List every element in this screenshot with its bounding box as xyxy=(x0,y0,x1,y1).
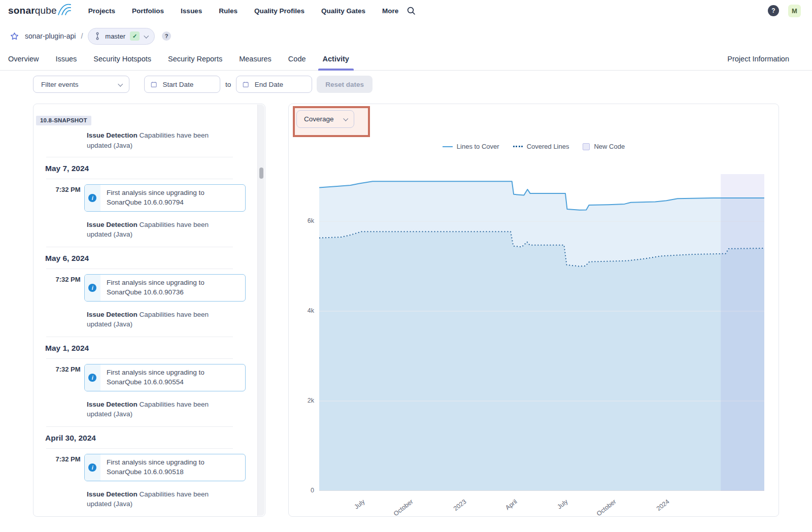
project-name-link[interactable]: sonar-plugin-api xyxy=(25,32,76,40)
tab-measures[interactable]: Measures xyxy=(239,50,272,70)
nav-item-portfolios[interactable]: Portfolios xyxy=(132,7,164,15)
info-icon: i xyxy=(85,454,100,481)
legend-label: Lines to Cover xyxy=(457,143,499,150)
divider xyxy=(46,358,233,359)
tab-issues[interactable]: Issues xyxy=(55,50,77,70)
branch-icon xyxy=(94,32,100,40)
project-information-link[interactable]: Project Information xyxy=(727,55,789,70)
nav-item-more[interactable]: More xyxy=(382,7,398,15)
y-axis-label: 0 xyxy=(292,487,314,494)
chevron-down-icon xyxy=(144,33,149,38)
divider xyxy=(46,157,233,157)
branch-selector[interactable]: master ✓ xyxy=(88,28,155,45)
chevron-down-icon xyxy=(118,81,123,86)
event-group: May 7, 20247:32 PMiFirst analysis since … xyxy=(36,157,246,240)
coverage-chart-plot[interactable] xyxy=(319,174,764,491)
search-icon[interactable] xyxy=(407,6,416,15)
legend-item-lines-to-cover[interactable]: Lines to Cover xyxy=(443,143,499,150)
tab-overview[interactable]: Overview xyxy=(8,50,39,70)
event-description: Issue Detection Capabilities have been u… xyxy=(87,489,230,509)
tab-activity[interactable]: Activity xyxy=(323,50,349,70)
x-axis-label: July xyxy=(533,498,569,517)
sonarqube-swoosh-icon xyxy=(58,3,71,15)
end-date-input[interactable] xyxy=(254,80,307,89)
y-axis-label: 6k xyxy=(292,217,314,224)
help-button[interactable]: ? xyxy=(768,5,779,16)
analysis-info-card[interactable]: iFirst analysis since upgrading to Sonar… xyxy=(84,364,246,391)
info-icon: i xyxy=(85,185,100,211)
calendar-icon xyxy=(151,81,157,88)
event-description: Issue Detection Capabilities have been u… xyxy=(87,310,230,329)
events-panel: 10.8-SNAPSHOT Issue Detection Capabiliti… xyxy=(33,104,265,517)
top-navigation-bar: sonarqube ProjectsPortfoliosIssuesRulesQ… xyxy=(0,0,812,21)
end-date-input-box[interactable] xyxy=(236,76,312,93)
reset-dates-button[interactable]: Reset dates xyxy=(317,76,373,93)
analysis-info-card[interactable]: iFirst analysis since upgrading to Sonar… xyxy=(84,184,246,212)
nav-item-quality-gates[interactable]: Quality Gates xyxy=(321,7,365,15)
legend-label: Covered Lines xyxy=(527,143,569,150)
legend-item-covered-lines[interactable]: Covered Lines xyxy=(513,143,569,150)
event-group: May 1, 20247:32 PMiFirst analysis since … xyxy=(36,337,246,419)
branch-status-badge: ✓ xyxy=(130,31,140,41)
breadcrumb-separator: / xyxy=(81,32,83,40)
sonarqube-logo[interactable]: sonarqube xyxy=(8,4,71,17)
legend-item-new-code[interactable]: New Code xyxy=(583,143,625,150)
tab-security-hotspots[interactable]: Security Hotspots xyxy=(93,50,151,70)
event-date: May 7, 2024 xyxy=(45,164,246,173)
start-date-input-box[interactable] xyxy=(144,76,220,93)
new-code-swatch xyxy=(583,143,590,150)
nav-item-rules[interactable]: Rules xyxy=(219,7,238,15)
graph-metric-select[interactable]: Coverage xyxy=(296,110,354,128)
analysis-info-card[interactable]: iFirst analysis since upgrading to Sonar… xyxy=(84,274,246,302)
event-description: Issue Detection Capabilities have been u… xyxy=(87,220,230,240)
chart-legend: Lines to CoverCovered LinesNew Code xyxy=(289,143,779,150)
analysis-row: 7:32 PMiFirst analysis since upgrading t… xyxy=(36,454,246,481)
tab-security-reports[interactable]: Security Reports xyxy=(168,50,222,70)
divider xyxy=(46,337,233,337)
start-date-input[interactable] xyxy=(161,80,215,89)
x-axis-label: 2023 xyxy=(431,498,468,517)
events-scrollbar-track[interactable] xyxy=(257,105,264,516)
divider xyxy=(46,269,233,269)
graph-metric-label: Coverage xyxy=(304,115,334,123)
info-card-text: First analysis since upgrading to SonarQ… xyxy=(100,364,245,391)
analysis-info-card[interactable]: iFirst analysis since upgrading to Sonar… xyxy=(84,454,246,481)
branch-help-icon[interactable]: ? xyxy=(162,31,171,41)
tab-code[interactable]: Code xyxy=(288,50,306,70)
activity-filters: Filter events to Reset dates xyxy=(33,76,812,93)
analysis-row: 7:32 PMiFirst analysis since upgrading t… xyxy=(36,274,246,302)
nav-item-issues[interactable]: Issues xyxy=(181,7,202,15)
coverage-chart-svg[interactable] xyxy=(319,174,764,491)
x-axis-label: 2024 xyxy=(634,498,671,517)
y-axis-label: 4k xyxy=(292,307,314,314)
y-axis-label: 2k xyxy=(292,397,314,404)
filter-events-select[interactable]: Filter events xyxy=(33,76,129,93)
event-time: 7:32 PM xyxy=(36,364,81,391)
event-time: 7:32 PM xyxy=(36,454,81,481)
calendar-icon xyxy=(243,81,249,88)
info-card-text: First analysis since upgrading to SonarQ… xyxy=(100,185,245,211)
nav-item-projects[interactable]: Projects xyxy=(88,7,115,15)
user-avatar[interactable]: M xyxy=(788,5,801,17)
legend-label: New Code xyxy=(594,143,625,150)
analysis-row: 7:32 PMiFirst analysis since upgrading t… xyxy=(36,184,246,212)
info-icon: i xyxy=(85,275,100,301)
analysis-row: 7:32 PMiFirst analysis since upgrading t… xyxy=(36,364,246,391)
events-list: 10.8-SNAPSHOT Issue Detection Capabiliti… xyxy=(33,104,265,516)
to-label: to xyxy=(225,81,231,88)
events-scrollbar-thumb[interactable] xyxy=(259,168,263,179)
info-card-text: First analysis since upgrading to SonarQ… xyxy=(100,454,245,481)
event-description: Issue Detection Capabilities have been u… xyxy=(87,130,230,150)
info-icon: i xyxy=(85,364,100,391)
event-date: April 30, 2024 xyxy=(45,434,246,443)
project-tabs: OverviewIssuesSecurity HotspotsSecurity … xyxy=(8,50,349,70)
divider xyxy=(46,448,233,449)
favorite-star-icon[interactable] xyxy=(10,32,19,41)
divider xyxy=(46,179,233,179)
branch-name: master xyxy=(105,32,125,40)
event-date: May 6, 2024 xyxy=(45,254,246,263)
solid-line-swatch xyxy=(443,146,453,147)
nav-item-quality-profiles[interactable]: Quality Profiles xyxy=(254,7,304,15)
x-axis-label: October xyxy=(378,498,415,517)
event-date: May 1, 2024 xyxy=(45,344,246,353)
